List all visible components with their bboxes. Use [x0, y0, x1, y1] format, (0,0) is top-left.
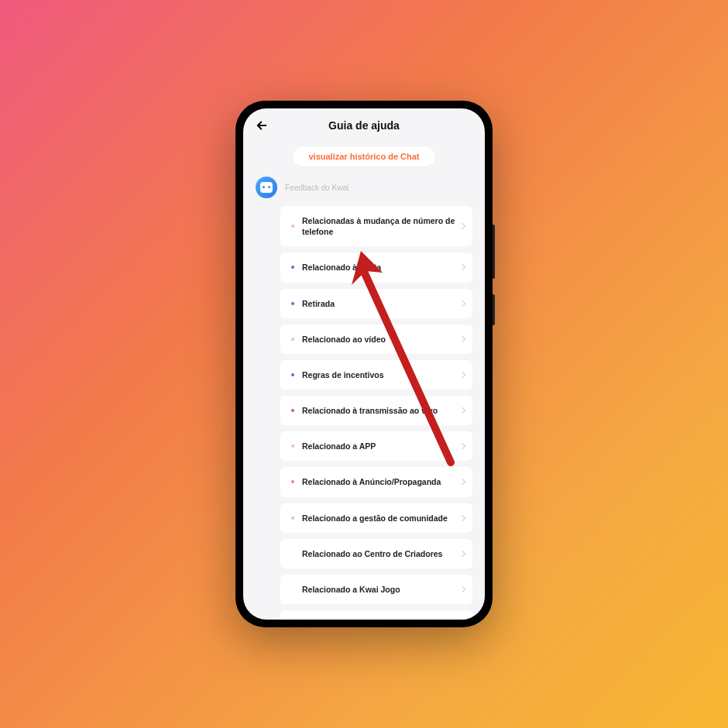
help-category-label: Relacionado à transmissão ao vivo: [302, 405, 460, 416]
phone-side-button: [493, 225, 495, 279]
help-category-item[interactable]: Relacionado a Kwai Jogo: [280, 575, 472, 604]
help-category-label: Relacionado à conta: [302, 262, 460, 273]
bullet-icon: [291, 225, 294, 228]
help-category-label: Relacionadas à mudança de número de tele…: [302, 215, 460, 237]
help-category-item[interactable]: Relacionadas à mudança de número de tele…: [280, 206, 472, 246]
help-category-item[interactable]: Retirada: [280, 289, 472, 318]
help-category-item[interactable]: Relacionado ao Centro de Criadores: [280, 539, 472, 568]
help-category-label: Relacionado ao vídeo: [302, 334, 460, 345]
chevron-right-icon: [459, 264, 465, 270]
bullet-icon: [291, 480, 294, 483]
bullet-icon: [291, 445, 294, 448]
bullet-icon: [291, 373, 294, 376]
phone-frame: Guia de ajuda visualizar histórico de Ch…: [235, 101, 493, 627]
bot-header-row: Feedback do Kwai: [243, 177, 485, 206]
chevron-right-icon: [459, 443, 465, 449]
help-category-item[interactable]: Vender no Kwai: [280, 610, 472, 620]
phone-side-button: [493, 294, 495, 325]
chevron-right-icon: [459, 479, 465, 485]
app-header: Guia de ajuda: [243, 108, 485, 141]
bot-label: Feedback do Kwai: [285, 184, 349, 192]
help-category-label: Relacionado ao Centro de Criadores: [302, 548, 460, 559]
page-title: Guia de ajuda: [243, 119, 485, 132]
help-category-label: Regras de incentivos: [302, 369, 460, 380]
bot-avatar-icon: [256, 177, 277, 198]
help-category-label: Retirada: [302, 298, 460, 309]
back-button[interactable]: [254, 118, 270, 133]
bullet-icon: [291, 338, 294, 341]
help-category-item[interactable]: Relacionado à conta: [280, 252, 472, 282]
help-category-label: Relacionado à Anúncio/Propaganda: [302, 476, 460, 487]
bullet-icon: [291, 302, 294, 305]
screen: Guia de ajuda visualizar histórico de Ch…: [243, 108, 485, 620]
view-chat-history-button[interactable]: visualizar histórico de Chat: [292, 146, 435, 167]
help-category-list: Relacionadas à mudança de número de tele…: [243, 206, 485, 620]
help-category-label: Relacionado a APP: [302, 441, 460, 452]
bullet-icon: [291, 517, 294, 520]
chevron-right-icon: [459, 551, 465, 557]
chevron-right-icon: [459, 372, 465, 378]
chevron-right-icon: [459, 223, 465, 229]
help-category-item[interactable]: Relacionado à transmissão ao vivo: [280, 396, 472, 425]
help-category-item[interactable]: Relacionado a gestão de comunidade: [280, 503, 472, 533]
chevron-right-icon: [459, 586, 465, 592]
help-category-item[interactable]: Relacionado ao vídeo: [280, 325, 472, 354]
help-category-item[interactable]: Regras de incentivos: [280, 360, 472, 390]
bullet-icon: [291, 266, 294, 269]
chevron-right-icon: [459, 407, 465, 414]
help-category-label: Relacionado a Kwai Jogo: [302, 584, 460, 595]
chevron-right-icon: [459, 514, 465, 520]
bullet-icon: [291, 588, 294, 591]
chevron-right-icon: [459, 336, 465, 342]
help-category-item[interactable]: Relacionado à Anúncio/Propaganda: [280, 467, 472, 496]
arrow-left-icon: [255, 118, 269, 132]
help-category-label: Relacionado a gestão de comunidade: [302, 513, 460, 524]
bullet-icon: [291, 409, 294, 412]
chevron-right-icon: [459, 300, 465, 306]
bullet-icon: [291, 552, 294, 555]
help-category-item[interactable]: Relacionado a APP: [280, 431, 472, 461]
